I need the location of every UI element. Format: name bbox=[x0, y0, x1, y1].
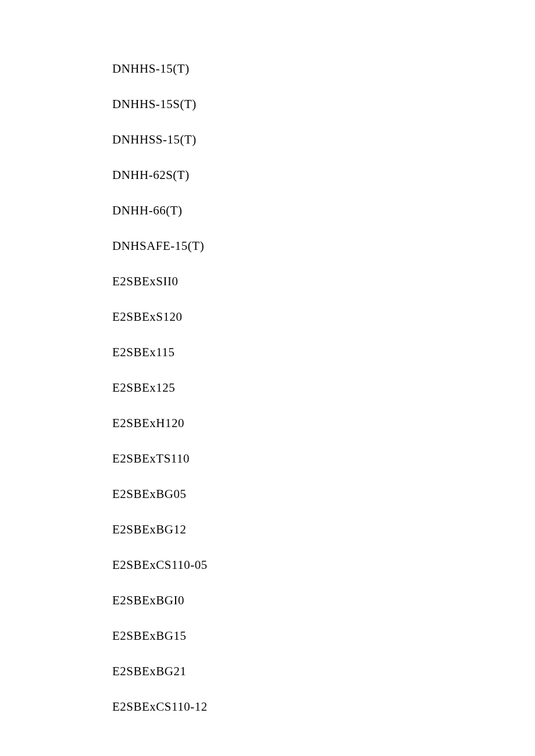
list-item: E2SBExBG05 bbox=[112, 488, 535, 500]
product-list: DNHHS-15(T) DNHHS-15S(T) DNHHSS-15(T) DN… bbox=[0, 0, 535, 713]
list-item: DNHHSS-15(T) bbox=[112, 134, 535, 146]
list-item: DNHSAFE-15(T) bbox=[112, 240, 535, 252]
list-item: E2SBEx115 bbox=[112, 346, 535, 359]
list-item: DNHH-62S(T) bbox=[112, 169, 535, 181]
list-item: E2SBExBG12 bbox=[112, 524, 535, 536]
list-item: E2SBExCS110-05 bbox=[112, 559, 535, 571]
list-item: DNHHS-15S(T) bbox=[112, 98, 535, 110]
list-item: E2SBExS120 bbox=[112, 311, 535, 323]
list-item: E2SBEx125 bbox=[112, 382, 535, 394]
list-item: E2SBExBG21 bbox=[112, 665, 535, 678]
list-item: E2SBExH120 bbox=[112, 417, 535, 429]
list-item: E2SBExBG15 bbox=[112, 630, 535, 642]
list-item: E2SBExSII0 bbox=[112, 275, 535, 288]
list-item: E2SBExTS110 bbox=[112, 453, 535, 465]
list-item: E2SBExBGI0 bbox=[112, 594, 535, 607]
list-item: E2SBExCS110-12 bbox=[112, 701, 535, 713]
list-item: DNHH-66(T) bbox=[112, 205, 535, 217]
list-item: DNHHS-15(T) bbox=[112, 63, 535, 75]
